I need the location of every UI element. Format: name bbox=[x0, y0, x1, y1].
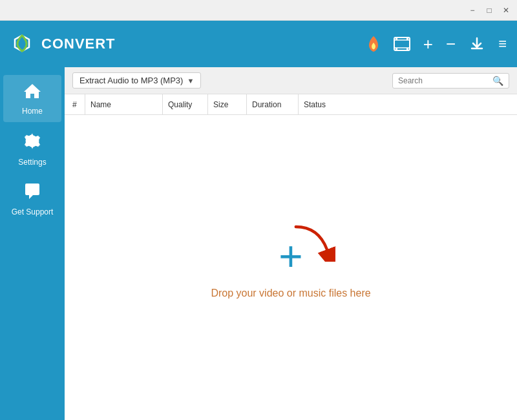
convert-button[interactable] bbox=[469, 36, 485, 52]
sidebar: Home Settings Get Support bbox=[0, 67, 65, 420]
app-container: CONVERT + bbox=[0, 21, 517, 420]
film-button[interactable] bbox=[394, 37, 410, 51]
drop-zone[interactable]: + Drop your video or music files here bbox=[65, 115, 517, 420]
close-button[interactable]: ✕ bbox=[500, 5, 512, 16]
drop-icon-container: + bbox=[279, 236, 302, 277]
support-label: Get Support bbox=[12, 207, 54, 216]
app-title: CONVERT bbox=[41, 36, 359, 52]
col-status: Status bbox=[299, 94, 350, 114]
search-icon: 🔍 bbox=[492, 76, 503, 86]
app-header: CONVERT + bbox=[0, 21, 517, 67]
main-panel: Extract Audio to MP3 (MP3) ▼ 🔍 # Name Qu… bbox=[65, 67, 517, 420]
col-name: Name bbox=[85, 94, 163, 114]
svg-rect-5 bbox=[406, 48, 408, 50]
title-bar: − □ ✕ bbox=[0, 0, 517, 21]
dropdown-arrow-icon: ▼ bbox=[187, 77, 194, 85]
toolbar: Extract Audio to MP3 (MP3) ▼ 🔍 bbox=[65, 67, 517, 94]
sidebar-item-support[interactable]: Get Support bbox=[3, 176, 61, 223]
col-size: Size bbox=[208, 94, 247, 114]
menu-button[interactable]: ≡ bbox=[498, 36, 507, 52]
svg-rect-4 bbox=[396, 48, 397, 50]
col-quality: Quality bbox=[163, 94, 208, 114]
content-area: Home Settings Get Support bbox=[0, 67, 517, 420]
sidebar-item-settings[interactable]: Settings bbox=[3, 125, 61, 173]
drop-zone-text: Drop your video or music files here bbox=[211, 288, 370, 299]
svg-rect-3 bbox=[406, 38, 408, 40]
app-logo bbox=[10, 32, 34, 56]
settings-icon bbox=[23, 131, 42, 155]
home-label: Home bbox=[22, 107, 43, 116]
settings-label: Settings bbox=[18, 158, 46, 167]
remove-file-button[interactable]: − bbox=[446, 34, 456, 54]
col-hash: # bbox=[67, 94, 85, 114]
support-icon bbox=[23, 182, 42, 205]
search-input[interactable] bbox=[398, 76, 489, 85]
sidebar-item-home[interactable]: Home bbox=[3, 75, 61, 122]
table-header: # Name Quality Size Duration Status bbox=[65, 94, 517, 115]
arrow-icon bbox=[290, 223, 335, 262]
maximize-button[interactable]: □ bbox=[483, 5, 495, 16]
format-label: Extract Audio to MP3 (MP3) bbox=[79, 76, 183, 85]
svg-rect-1 bbox=[394, 40, 410, 48]
svg-rect-2 bbox=[396, 38, 397, 40]
search-box: 🔍 bbox=[392, 73, 509, 89]
format-selector[interactable]: Extract Audio to MP3 (MP3) ▼ bbox=[72, 72, 201, 89]
header-tools: + − ≡ bbox=[366, 34, 507, 54]
flame-button[interactable] bbox=[366, 35, 381, 53]
col-duration: Duration bbox=[247, 94, 299, 114]
minimize-button[interactable]: − bbox=[467, 5, 478, 16]
add-file-button[interactable]: + bbox=[423, 34, 433, 54]
home-icon bbox=[23, 81, 42, 104]
